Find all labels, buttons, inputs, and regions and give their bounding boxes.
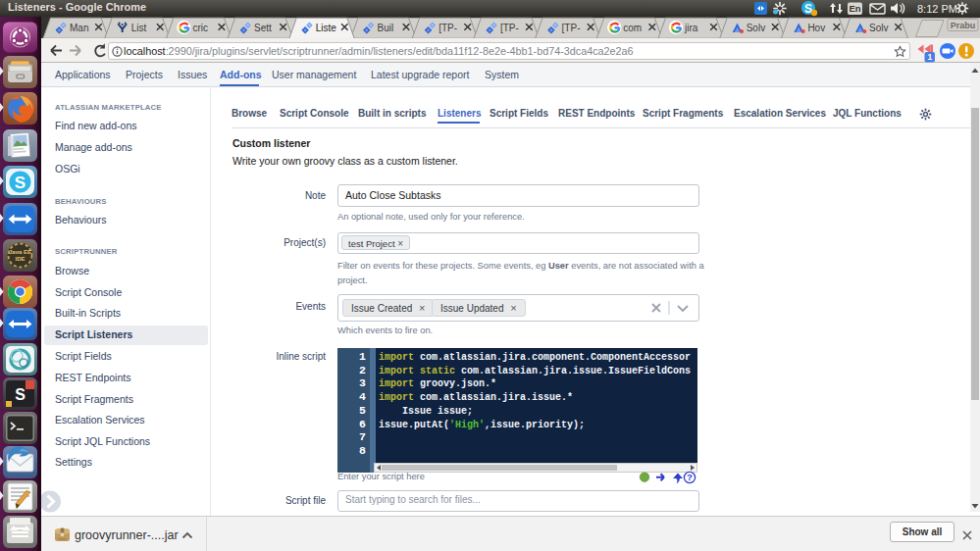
svg-text:8:12 PM: 8:12 PM <box>917 3 957 15</box>
svg-text:Hov: Hov <box>807 23 825 33</box>
svg-text:S: S <box>804 2 812 16</box>
svg-text:[TP-: [TP- <box>500 23 519 33</box>
svg-text:Prabu: Prabu <box>951 21 976 30</box>
svg-text:S: S <box>15 174 26 192</box>
svg-text:List: List <box>131 23 147 33</box>
svg-text:Man: Man <box>70 23 88 33</box>
svg-text:S: S <box>15 386 26 403</box>
svg-text:Sett: Sett <box>254 23 272 33</box>
svg-text:Solv: Solv <box>747 23 765 33</box>
svg-text:com: com <box>623 23 642 33</box>
svg-text:IDE: IDE <box>15 256 25 262</box>
svg-text:[TP-: [TP- <box>562 23 581 33</box>
svg-text:Solv: Solv <box>869 23 888 33</box>
svg-text:cric: cric <box>192 23 208 33</box>
svg-text:jira: jira <box>684 23 698 33</box>
svg-text:En: En <box>849 3 860 14</box>
svg-text:1: 1 <box>927 52 932 62</box>
svg-text:Java EE: Java EE <box>9 249 31 255</box>
svg-text:[TP-: [TP- <box>438 23 457 33</box>
svg-text:Buil: Buil <box>378 23 394 33</box>
svg-text:Liste: Liste <box>316 23 337 33</box>
svg-text:?: ? <box>687 472 693 482</box>
